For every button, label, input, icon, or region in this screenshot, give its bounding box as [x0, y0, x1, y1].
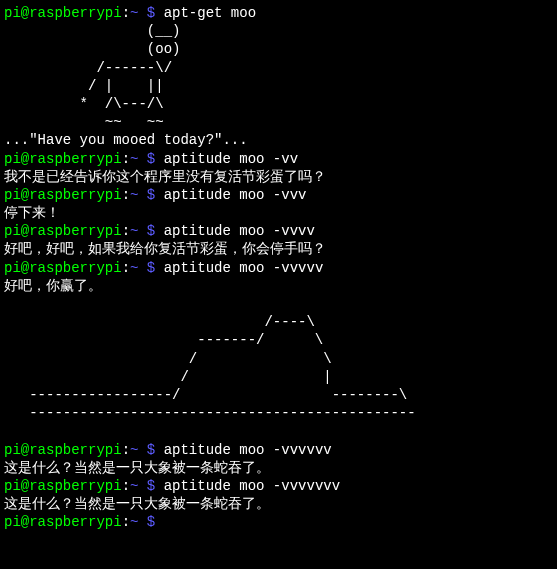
prompt-path: ~ $ [130, 260, 155, 276]
output-4: 好吧，好吧，如果我给你复活节彩蛋，你会停手吗？ [4, 241, 326, 257]
prompt-colon: : [122, 260, 130, 276]
command-5: aptitude moo -vvvvv [164, 260, 324, 276]
terminal-area[interactable]: pi@raspberrypi:~ $ apt-get moo (__) (oo)… [4, 4, 553, 531]
output-3: 停下来！ [4, 205, 60, 221]
prompt-dollar [155, 187, 163, 203]
prompt-user: pi@raspberrypi [4, 151, 122, 167]
output-5: 好吧，你赢了。 /----\ -------/ \ / \ / | ------… [4, 278, 416, 421]
prompt-path: ~ $ [130, 478, 155, 494]
prompt-path: ~ $ [130, 442, 155, 458]
prompt-user: pi@raspberrypi [4, 514, 122, 530]
prompt-dollar [155, 514, 163, 530]
prompt-path: ~ $ [130, 223, 155, 239]
prompt-colon: : [122, 478, 130, 494]
prompt-dollar [155, 151, 163, 167]
output-2: 我不是已经告诉你这个程序里没有复活节彩蛋了吗？ [4, 169, 326, 185]
prompt-user: pi@raspberrypi [4, 187, 122, 203]
command-1: apt-get moo [164, 5, 256, 21]
prompt-dollar [155, 5, 163, 21]
prompt-dollar [155, 442, 163, 458]
prompt-colon: : [122, 223, 130, 239]
prompt-user: pi@raspberrypi [4, 442, 122, 458]
prompt-colon: : [122, 5, 130, 21]
prompt-colon: : [122, 187, 130, 203]
command-6: aptitude moo -vvvvvv [164, 442, 332, 458]
command-4: aptitude moo -vvvv [164, 223, 315, 239]
prompt-user: pi@raspberrypi [4, 5, 122, 21]
prompt-colon: : [122, 151, 130, 167]
prompt-path: ~ $ [130, 187, 155, 203]
prompt-colon: : [122, 442, 130, 458]
prompt-user: pi@raspberrypi [4, 478, 122, 494]
prompt-path: ~ $ [130, 514, 155, 530]
prompt-user: pi@raspberrypi [4, 260, 122, 276]
prompt-user: pi@raspberrypi [4, 223, 122, 239]
command-7: aptitude moo -vvvvvvv [164, 478, 340, 494]
prompt-dollar [155, 223, 163, 239]
output-7: 这是什么？当然是一只大象被一条蛇吞了。 [4, 496, 270, 512]
output-cow: (__) (oo) /------\/ / | || * /\---/\ ~~ … [4, 23, 248, 148]
command-3: aptitude moo -vvv [164, 187, 307, 203]
command-2: aptitude moo -vv [164, 151, 298, 167]
output-6: 这是什么？当然是一只大象被一条蛇吞了。 [4, 460, 270, 476]
prompt-path: ~ $ [130, 151, 155, 167]
prompt-dollar [155, 478, 163, 494]
prompt-colon: : [122, 514, 130, 530]
prompt-path: ~ $ [130, 5, 155, 21]
prompt-dollar [155, 260, 163, 276]
